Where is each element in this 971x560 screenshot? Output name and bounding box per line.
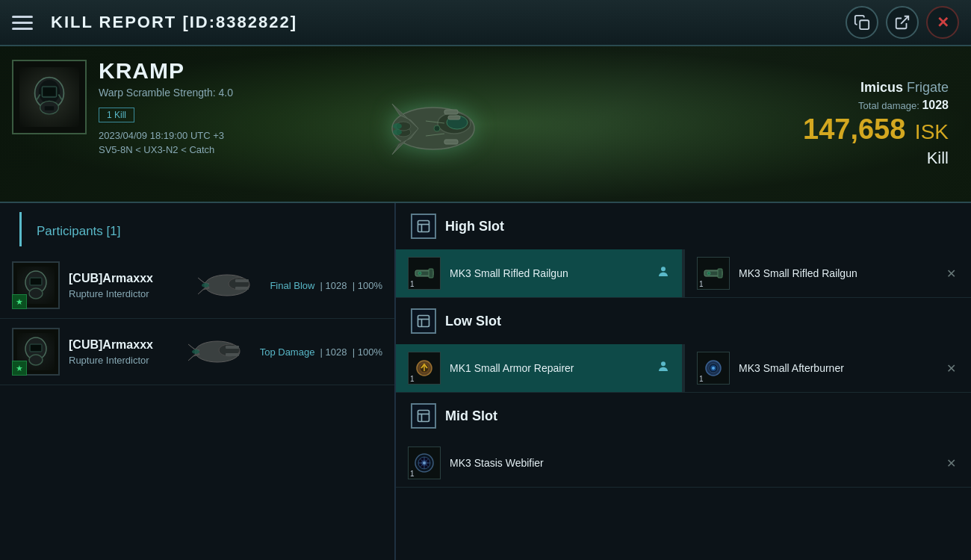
stasis-webifier-icon (412, 451, 436, 475)
low-slot-label: Low Slot (445, 314, 501, 329)
participant-stats: Top Damage | 1028 | 100% (260, 346, 382, 358)
svg-rect-35 (235, 287, 249, 290)
low-slot-header: Low Slot (396, 298, 971, 344)
svg-point-25 (434, 125, 440, 131)
warp-scramble-strength: Warp Scramble Strength: 4.0 (99, 87, 338, 99)
hero-stats: Imicus Frigate Total damage: 1028 147,65… (803, 46, 971, 202)
participant-card: ★ [CUB]Armaxxx Rupture Interdictor Fina (0, 252, 394, 319)
svg-line-1 (901, 16, 908, 24)
slots-panel: High Slot 1 MK3 Small Rifled Railgun (396, 203, 971, 560)
low-slot-icon (411, 308, 436, 334)
svg-point-66 (661, 361, 666, 366)
svg-rect-7 (45, 106, 54, 110)
slot-item-icon: 1 (408, 352, 441, 385)
svg-point-47 (192, 349, 199, 354)
svg-rect-34 (235, 279, 249, 282)
remove-icon: ✕ (943, 456, 959, 470)
low-slot-items-row: 1 MK1 Small Armor Repairer (396, 344, 971, 393)
remove-icon: ✕ (943, 361, 959, 376)
svg-point-40 (29, 355, 43, 365)
svg-point-54 (418, 272, 421, 275)
svg-rect-48 (418, 221, 429, 232)
participant-card: ★ [CUB]Armaxxx Rupture Interdictor Top (0, 319, 394, 385)
high-slot-header: High Slot (396, 203, 971, 249)
mid-slot-items-row: 1 MK3 Stasis Webifier ✕ (396, 439, 971, 488)
svg-rect-71 (418, 411, 429, 422)
slot-item[interactable]: 1 MK3 Small Afterburner ✕ (683, 344, 971, 393)
copy-button[interactable] (846, 6, 878, 39)
participant-star-icon: ★ (12, 361, 27, 376)
svg-rect-58 (718, 269, 722, 278)
svg-rect-22 (444, 140, 458, 144)
svg-rect-46 (226, 353, 239, 356)
page-title: KILL REPORT [ID:8382822] (51, 13, 846, 32)
participant-ship-type: Rupture Interdictor (69, 355, 175, 366)
damage-label: Total damage: 1028 (803, 99, 949, 112)
svg-point-18 (393, 129, 402, 135)
high-slot-items-row: 1 MK3 Small Rifled Railgun (396, 249, 971, 298)
kill-datetime: 2023/04/09 18:19:00 UTC +3 (99, 130, 338, 141)
participant-name: [CUB]Armaxxx (69, 338, 175, 352)
slot-item[interactable]: 1 MK1 Small Armor Repairer (396, 344, 682, 393)
slot-item[interactable]: 1 MK3 Small Rifled Railgun (396, 249, 682, 298)
kill-location: SV5-8N < UX3-N2 < Catch (99, 144, 338, 155)
slot-item-name: MK3 Small Afterburner (739, 361, 934, 375)
participant-ship-svg (184, 332, 250, 371)
hero-section: KRAMP Warp Scramble Strength: 4.0 1 Kill… (0, 46, 971, 203)
afterburner-icon (701, 356, 725, 380)
svg-rect-5 (43, 88, 55, 96)
participant-avatar: ★ (12, 261, 60, 309)
slot-item-icon: 1 (408, 447, 441, 479)
railgun-icon (701, 261, 725, 285)
mid-slot-icon (411, 403, 436, 429)
svg-rect-21 (448, 116, 460, 119)
pilot-avatar (12, 60, 87, 134)
participant-info: [CUB]Armaxxx Rupture Interdictor (69, 272, 184, 299)
participant-info: [CUB]Armaxxx Rupture Interdictor (69, 338, 175, 366)
participants-panel: Participants [1] ★ [CUB]Armaxxx Rupture … (0, 203, 396, 560)
participant-ship-type: Rupture Interdictor (69, 288, 184, 299)
participant-star-icon: ★ (12, 294, 27, 309)
ship-svg (329, 57, 538, 199)
kill-label: Kill (803, 149, 949, 168)
svg-point-55 (661, 267, 666, 271)
participant-name: [CUB]Armaxxx (69, 272, 184, 285)
svg-point-19 (393, 123, 402, 129)
isk-value-row: 147,658 ISK (803, 115, 949, 144)
ship-illustration (314, 54, 553, 203)
svg-rect-20 (444, 110, 458, 114)
svg-rect-53 (429, 269, 433, 278)
svg-point-59 (707, 272, 710, 275)
menu-icon[interactable] (12, 8, 40, 37)
slot-item[interactable]: 1 MK3 Small Rifled Railgun ✕ (683, 249, 971, 298)
railgun-icon (412, 261, 436, 285)
svg-rect-60 (418, 316, 429, 327)
header-actions: ✕ (846, 6, 959, 39)
slot-item-icon: 1 (408, 257, 441, 290)
close-button[interactable]: ✕ (926, 6, 959, 39)
person-icon (657, 360, 670, 376)
slot-item-icon: 1 (697, 257, 730, 290)
participant-ship-image (184, 332, 251, 373)
svg-rect-45 (226, 346, 239, 349)
slot-item-icon: 1 (697, 352, 730, 385)
participant-avatar: ★ (12, 328, 60, 376)
kill-badge: 1 Kill (99, 108, 134, 122)
person-icon (657, 265, 670, 281)
header: KILL REPORT [ID:8382822] ✕ (0, 0, 971, 46)
main-content: Participants [1] ★ [CUB]Armaxxx Rupture … (0, 203, 971, 560)
svg-point-70 (712, 367, 715, 370)
slot-item[interactable]: 1 MK3 Stasis Webifier ✕ (396, 439, 971, 488)
participant-ship-image (193, 265, 261, 306)
svg-point-29 (29, 288, 43, 299)
slot-item-name: MK1 Small Armor Repairer (450, 361, 648, 375)
hero-info: KRAMP Warp Scramble Strength: 4.0 1 Kill… (99, 46, 338, 202)
svg-rect-39 (31, 345, 41, 351)
armor-repairer-icon (412, 356, 436, 380)
share-button[interactable] (886, 6, 919, 39)
svg-point-36 (202, 283, 209, 287)
slot-item-name: MK3 Small Rifled Railgun (739, 267, 934, 280)
svg-point-81 (423, 461, 426, 464)
mid-slot-label: Mid Slot (445, 408, 497, 424)
svg-rect-28 (31, 279, 41, 284)
